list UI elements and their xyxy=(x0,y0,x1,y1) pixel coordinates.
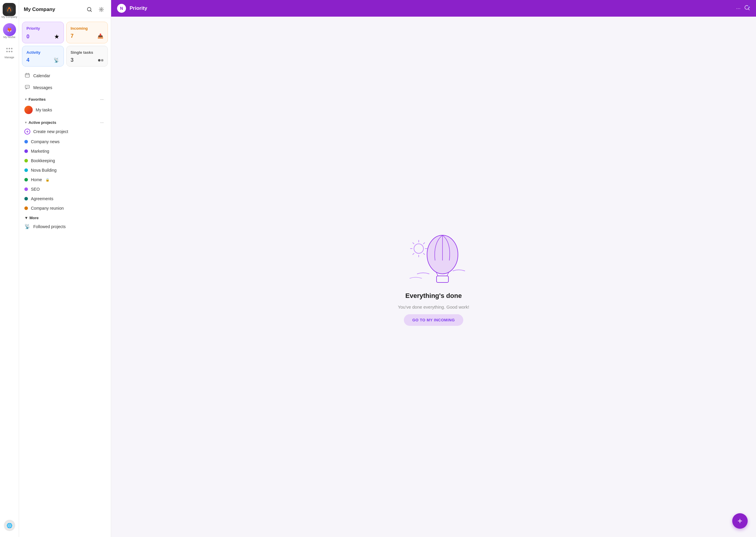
project-color-dot xyxy=(24,197,28,200)
create-project-item[interactable]: + Create new project xyxy=(22,127,108,137)
app-label: My Company xyxy=(1,16,17,19)
project-item[interactable]: Bookkeeping xyxy=(22,156,108,165)
project-item[interactable]: Agreements xyxy=(22,194,108,203)
projects-list: Company newsMarketingBookkeepingNova Bui… xyxy=(22,137,108,213)
balloon-illustration xyxy=(401,228,466,287)
project-item[interactable]: Company reunion xyxy=(22,204,108,213)
more-label: More xyxy=(29,216,39,220)
project-color-dot xyxy=(24,159,28,162)
activity-tile-icon: 📡 xyxy=(54,57,60,63)
manage-icon[interactable] xyxy=(3,43,16,57)
more-section-header: ▼ More xyxy=(22,213,108,221)
sidebar-title: My Company xyxy=(24,7,55,13)
svg-line-24 xyxy=(423,243,425,244)
my-tasks-nav-item[interactable]: My tasks xyxy=(22,103,108,116)
followed-projects-label: Followed projects xyxy=(33,224,66,229)
incoming-tile-icon: 📥 xyxy=(98,33,104,39)
project-item[interactable]: Marketing xyxy=(22,147,108,156)
svg-point-1 xyxy=(9,7,10,9)
sidebar-content: Priority 0 ★ Incoming 7 📥 Activity 4 📡 xyxy=(19,18,111,537)
goto-incoming-button[interactable]: GO TO MY INCOMING xyxy=(404,314,463,326)
svg-point-4 xyxy=(101,9,102,10)
top-bar-search-icon[interactable]: Q xyxy=(744,5,750,12)
create-project-label: Create new project xyxy=(33,129,68,134)
activity-tile-label: Activity xyxy=(26,50,60,55)
active-projects-more-button[interactable]: ··· xyxy=(98,119,106,125)
project-name-label: Company reunion xyxy=(31,206,64,211)
empty-state: Everything's done You've done everything… xyxy=(111,17,756,537)
favorites-section-header: ▼ Favorites ··· xyxy=(22,94,108,103)
svg-line-23 xyxy=(423,253,425,255)
active-projects-chevron-icon: ▼ xyxy=(24,121,27,124)
icon-column: My Company 🦊 My Nozbe Manage 🌐 xyxy=(0,0,19,537)
svg-point-0 xyxy=(6,6,13,13)
incoming-tile[interactable]: Incoming 7 📥 xyxy=(66,22,108,43)
messages-label: Messages xyxy=(33,85,52,90)
app-icon[interactable] xyxy=(3,3,16,16)
more-chevron-icon: ▼ xyxy=(24,216,28,220)
top-bar-logo: N xyxy=(117,4,126,13)
user-label: My Nozbe xyxy=(3,36,16,39)
project-color-dot xyxy=(24,149,28,153)
calendar-nav-item[interactable]: Calendar xyxy=(22,70,108,81)
followed-projects-icon: 📡 xyxy=(24,224,30,229)
svg-line-25 xyxy=(413,253,414,255)
svg-rect-29 xyxy=(436,276,448,282)
lock-icon: 🔒 xyxy=(45,178,50,182)
project-name-label: SEO xyxy=(31,187,40,191)
project-color-dot xyxy=(24,140,28,144)
single-tasks-tile-count: 3 xyxy=(71,57,74,63)
search-button[interactable] xyxy=(85,5,94,14)
single-tasks-tile[interactable]: Single tasks 3 xyxy=(66,46,108,66)
project-name-label: Home xyxy=(31,177,42,182)
empty-state-title: Everything's done xyxy=(405,292,462,300)
project-color-dot xyxy=(24,187,28,191)
user-avatar[interactable]: 🦊 xyxy=(3,23,16,36)
project-name-label: Marketing xyxy=(31,149,49,153)
settings-button[interactable] xyxy=(97,5,106,14)
project-item[interactable]: Nova Building xyxy=(22,166,108,175)
favorites-label: Favorites xyxy=(28,97,46,102)
priority-tile-count: 0 xyxy=(26,34,29,40)
top-bar-right: Q xyxy=(744,5,750,12)
svg-rect-5 xyxy=(25,74,29,77)
incoming-tile-label: Incoming xyxy=(71,26,104,31)
top-bar: N Priority ··· Q xyxy=(111,0,756,17)
svg-line-22 xyxy=(413,243,414,244)
settings-bottom-icon[interactable]: 🌐 xyxy=(4,520,15,531)
svg-point-10 xyxy=(26,86,27,87)
svg-line-3 xyxy=(91,11,92,12)
project-color-dot xyxy=(24,178,28,182)
project-item[interactable]: Company news xyxy=(22,137,108,146)
manage-label: Manage xyxy=(4,56,14,59)
project-name-label: Nova Building xyxy=(31,168,57,173)
priority-tile-icon: ★ xyxy=(54,33,60,40)
priority-tile[interactable]: Priority 0 ★ xyxy=(22,22,64,43)
project-color-dot xyxy=(24,206,28,210)
favorites-more-button[interactable]: ··· xyxy=(98,96,106,102)
svg-text:Q: Q xyxy=(749,6,750,8)
main-content: N Priority ··· Q xyxy=(111,0,756,537)
messages-nav-item[interactable]: Messages xyxy=(22,82,108,93)
create-project-icon: + xyxy=(24,129,30,135)
project-color-dot xyxy=(24,168,28,172)
svg-line-14 xyxy=(748,9,749,10)
top-bar-more-button[interactable]: ··· xyxy=(736,5,740,12)
project-item[interactable]: Home🔒 xyxy=(22,175,108,184)
svg-point-11 xyxy=(27,86,28,87)
quick-tiles: Priority 0 ★ Incoming 7 📥 Activity 4 📡 xyxy=(22,22,108,66)
svg-point-17 xyxy=(414,244,423,253)
my-tasks-avatar xyxy=(24,106,33,114)
project-name-label: Agreements xyxy=(31,196,53,201)
single-tasks-tile-icon xyxy=(98,59,104,62)
top-bar-title: Priority xyxy=(130,5,733,11)
followed-projects-nav-item[interactable]: 📡 Followed projects xyxy=(22,221,108,232)
fab-add-button[interactable]: + xyxy=(732,513,748,529)
project-name-label: Bookkeeping xyxy=(31,158,55,163)
svg-point-12 xyxy=(28,86,28,87)
activity-tile[interactable]: Activity 4 📡 xyxy=(22,46,64,66)
messages-icon xyxy=(24,84,30,91)
sidebar-header-icons xyxy=(85,5,106,14)
activity-tile-count: 4 xyxy=(26,57,29,63)
project-item[interactable]: SEO xyxy=(22,185,108,194)
